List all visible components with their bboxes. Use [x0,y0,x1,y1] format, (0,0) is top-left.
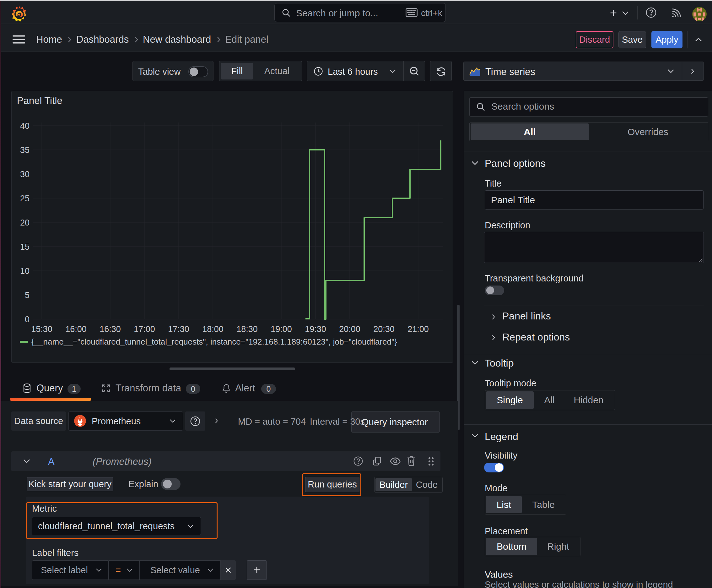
svg-text:{__name__="cloudflared_tunnel_: {__name__="cloudflared_tunnel_total_requ… [31,337,397,346]
svg-text:35: 35 [20,145,29,155]
svg-text:15: 15 [20,242,29,252]
svg-text:20:30: 20:30 [373,324,395,334]
svg-text:10: 10 [20,266,29,276]
svg-text:20:00: 20:00 [339,324,360,334]
svg-text:21:00: 21:00 [408,324,429,334]
svg-text:16:30: 16:30 [100,324,121,334]
svg-text:0: 0 [25,315,29,324]
svg-text:20: 20 [20,218,29,227]
svg-text:40: 40 [20,121,29,131]
svg-text:5: 5 [25,291,29,300]
svg-text:16:00: 16:00 [65,324,87,334]
svg-text:19:00: 19:00 [271,324,292,334]
svg-text:25: 25 [20,194,29,203]
svg-text:17:00: 17:00 [134,324,155,334]
svg-text:18:30: 18:30 [236,324,258,334]
svg-text:18:00: 18:00 [202,324,223,334]
svg-text:19:30: 19:30 [305,324,326,334]
svg-text:15:30: 15:30 [31,324,52,334]
svg-text:17:30: 17:30 [168,324,189,334]
svg-text:30: 30 [20,170,29,179]
